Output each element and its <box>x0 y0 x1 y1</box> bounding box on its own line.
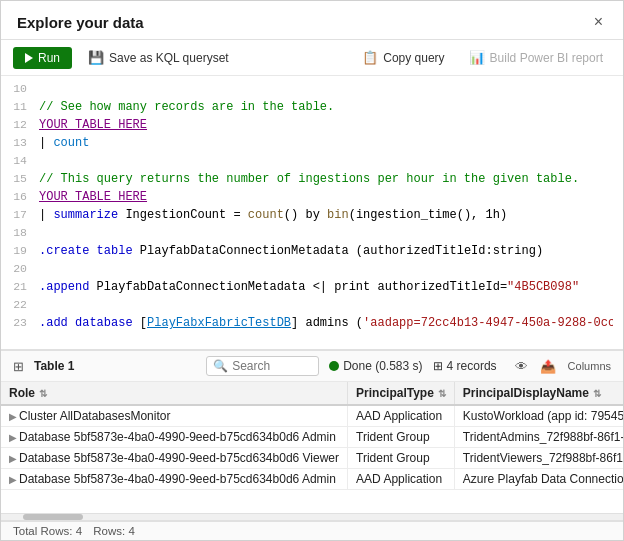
columns-button[interactable]: Columns <box>568 360 611 372</box>
panel-title: Explore your data <box>17 14 144 31</box>
play-icon <box>25 53 33 63</box>
expand-icon[interactable]: ▶ <box>9 411 17 422</box>
status-done: Done (0.583 s) <box>329 359 422 373</box>
expand-icon[interactable]: ▶ <box>9 432 17 443</box>
cell-principaldisplayname: KustoWorkload (app id: 79545461-6e1e-42e… <box>454 405 623 427</box>
export-button[interactable]: 📤 <box>538 359 558 374</box>
search-box[interactable]: 🔍 <box>206 356 319 376</box>
code-line-10: 10 <box>1 80 623 98</box>
footer-bar: Total Rows: 4 Rows: 4 <box>1 521 623 540</box>
records-badge: ⊞ 4 records <box>433 359 497 373</box>
save-icon: 💾 <box>88 50 104 65</box>
table-row[interactable]: ▶Cluster AllDatabasesMonitor AAD Applica… <box>1 405 623 427</box>
col-header-principaldisplayname: PrincipalDisplayName ⇅ <box>454 382 623 405</box>
cell-principaltype: AAD Application <box>348 469 455 490</box>
records-icon: ⊞ <box>433 359 443 373</box>
code-line-19: 19 .create table PlayfabDataConnectionMe… <box>1 242 623 260</box>
search-input[interactable] <box>232 359 312 373</box>
toolbar: Run 💾 Save as KQL queryset 📋 Copy query … <box>1 40 623 76</box>
col-header-role: Role ⇅ <box>1 382 348 405</box>
code-line-21: 21 .append PlayfabDataConnectionMetadata… <box>1 278 623 296</box>
expand-icon[interactable]: ▶ <box>9 453 17 464</box>
col-header-principaltype: PrincipalType ⇅ <box>348 382 455 405</box>
search-icon: 🔍 <box>213 359 228 373</box>
results-title: Table 1 <box>34 359 74 373</box>
table-icon: ⊞ <box>13 359 24 374</box>
sort-icon-principaldisplayname: ⇅ <box>593 388 601 399</box>
powerbi-button[interactable]: 📊 Build Power BI report <box>461 46 611 69</box>
code-line-18: 18 <box>1 224 623 242</box>
powerbi-icon: 📊 <box>469 50 485 65</box>
table-row[interactable]: ▶Database 5bf5873e-4ba0-4990-9eed-b75cd6… <box>1 448 623 469</box>
code-line-11: 11 // See how many records are in the ta… <box>1 98 623 116</box>
sort-icon-role: ⇅ <box>39 388 47 399</box>
code-line-23: 23 .add database [PlayFabxFabricTestDB] … <box>1 314 623 332</box>
code-line-17: 17 | summarize IngestionCount = count() … <box>1 206 623 224</box>
cell-role: ▶Database 5bf5873e-4ba0-4990-9eed-b75cd6… <box>1 469 348 490</box>
total-rows-label: Total Rows: 4 <box>13 525 82 537</box>
copy-query-button[interactable]: 📋 Copy query <box>354 46 452 69</box>
cell-role: ▶Database 5bf5873e-4ba0-4990-9eed-b75cd6… <box>1 448 348 469</box>
code-line-15: 15 // This query returns the number of i… <box>1 170 623 188</box>
table-row[interactable]: ▶Database 5bf5873e-4ba0-4990-9eed-b75cd6… <box>1 427 623 448</box>
code-line-14: 14 <box>1 152 623 170</box>
code-line-16: 16 YOUR_TABLE_HERE <box>1 188 623 206</box>
results-header: ⊞ Table 1 🔍 Done (0.583 s) ⊞ 4 records 👁… <box>1 351 623 382</box>
cell-principaltype: Trident Group <box>348 448 455 469</box>
explore-data-panel: Explore your data × Run 💾 Save as KQL qu… <box>0 0 624 541</box>
cell-role: ▶Cluster AllDatabasesMonitor <box>1 405 348 427</box>
cell-principaltype: Trident Group <box>348 427 455 448</box>
cell-principaldisplayname: Azure Playfab Data Connections DEV (app … <box>454 469 623 490</box>
panel-header: Explore your data × <box>1 1 623 40</box>
code-editor[interactable]: 10 11 // See how many records are in the… <box>1 76 623 350</box>
results-icons: 👁 📤 <box>513 359 558 374</box>
cell-principaldisplayname: TridentViewers_72f988bf-86f1-41af-91ab-2… <box>454 448 623 469</box>
close-button[interactable]: × <box>590 11 607 33</box>
cell-role: ▶Database 5bf5873e-4ba0-4990-9eed-b75cd6… <box>1 427 348 448</box>
expand-icon[interactable]: ▶ <box>9 474 17 485</box>
table-header-row: Role ⇅ PrincipalType ⇅ P <box>1 382 623 405</box>
status-green-dot <box>329 361 339 371</box>
code-line-22: 22 <box>1 296 623 314</box>
run-button[interactable]: Run <box>13 47 72 69</box>
results-area: ⊞ Table 1 🔍 Done (0.583 s) ⊞ 4 records 👁… <box>1 350 623 540</box>
results-table: Role ⇅ PrincipalType ⇅ P <box>1 382 623 490</box>
results-table-wrap[interactable]: Role ⇅ PrincipalType ⇅ P <box>1 382 623 513</box>
cell-principaltype: AAD Application <box>348 405 455 427</box>
sort-icon-principaltype: ⇅ <box>438 388 446 399</box>
table-row[interactable]: ▶Database 5bf5873e-4ba0-4990-9eed-b75cd6… <box>1 469 623 490</box>
code-line-13: 13 | count <box>1 134 623 152</box>
code-line-12: 12 YOUR_TABLE_HERE <box>1 116 623 134</box>
rows-label: Rows: 4 <box>93 525 135 537</box>
horizontal-scrollbar[interactable] <box>1 513 623 521</box>
eye-button[interactable]: 👁 <box>513 359 530 374</box>
code-line-20: 20 <box>1 260 623 278</box>
save-queryset-button[interactable]: 💾 Save as KQL queryset <box>80 46 237 69</box>
scrollbar-thumb[interactable] <box>23 514 83 520</box>
cell-principaldisplayname: TridentAdmins_72f988bf-86f1-41af-91ab-2d… <box>454 427 623 448</box>
copy-icon: 📋 <box>362 50 378 65</box>
